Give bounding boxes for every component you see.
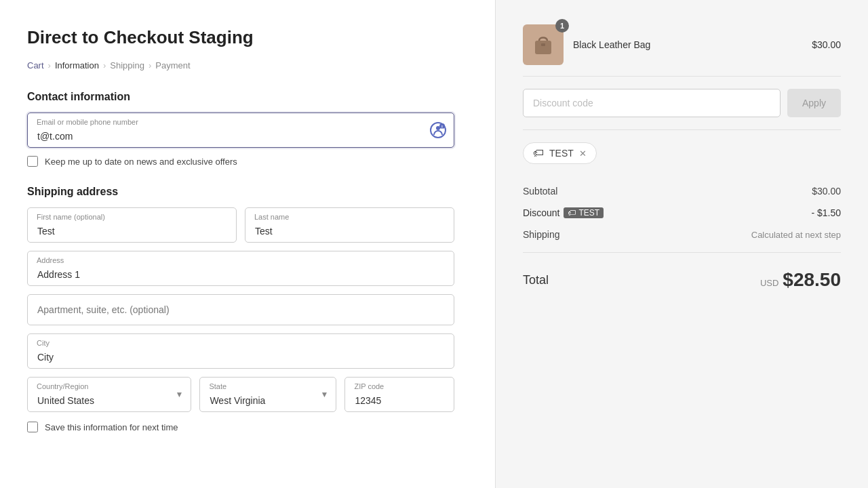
save-info-checkbox[interactable] [27, 422, 38, 432]
breadcrumb: Cart › Information › Shipping › Payment [27, 60, 454, 70]
total-label: Total [523, 273, 549, 287]
country-select[interactable]: United States [27, 377, 191, 412]
address-wrapper: Address [27, 251, 454, 286]
discount-code-tag: 🏷 TEST [564, 207, 604, 218]
newsletter-checkbox[interactable] [27, 156, 38, 167]
zip-input[interactable] [344, 377, 454, 412]
left-panel: Direct to Checkout Staging Cart › Inform… [0, 0, 495, 488]
remove-discount-button[interactable]: ✕ [579, 149, 587, 158]
total-right: USD $28.50 [760, 269, 841, 291]
svg-rect-5 [541, 43, 545, 46]
apply-button[interactable]: Apply [787, 89, 841, 117]
page-title: Direct to Checkout Staging [27, 27, 454, 48]
total-amount: $28.50 [783, 269, 841, 291]
location-row: Country/Region United States ▼ State Wes… [27, 377, 454, 412]
right-panel: 1 Black Leather Bag $30.00 Apply 🏷 TEST … [495, 0, 868, 488]
email-field-wrapper: Email or mobile phone number ! [27, 113, 454, 148]
tag-mini-icon: 🏷 [568, 208, 576, 218]
discount-row: Apply [523, 89, 841, 130]
breadcrumb-shipping: Shipping [110, 60, 144, 70]
save-info-label: Save this information for next time [45, 422, 178, 432]
breadcrumb-information: Information [55, 60, 99, 70]
city-wrapper: City [27, 333, 454, 369]
total-currency: USD [760, 278, 778, 288]
breadcrumb-sep-2: › [103, 60, 106, 70]
breadcrumb-sep-1: › [48, 60, 51, 70]
breadcrumb-cart[interactable]: Cart [27, 60, 44, 70]
tag-icon: 🏷 [533, 147, 544, 159]
product-info: Black Leather Bag [573, 39, 802, 50]
bag-icon [530, 31, 557, 58]
subtotal-value: $30.00 [812, 186, 841, 197]
contact-section-title: Contact information [27, 91, 454, 103]
svg-point-1 [436, 126, 440, 130]
autofill-icon: ! [430, 122, 446, 138]
email-input[interactable] [27, 113, 454, 148]
product-name: Black Leather Bag [573, 39, 650, 50]
discount-amount: - $1.50 [811, 207, 841, 218]
state-wrapper: State West Virginia ▼ [199, 377, 336, 412]
first-name-input[interactable] [27, 207, 237, 243]
svg-text:!: ! [441, 125, 443, 129]
address2-wrapper [27, 294, 454, 325]
product-price: $30.00 [812, 39, 841, 50]
discount-input[interactable] [523, 89, 781, 117]
newsletter-row: Keep me up to date on news and exclusive… [27, 156, 454, 167]
shipping-section-title: Shipping address [27, 186, 454, 198]
discount-tag: 🏷 TEST ✕ [523, 142, 597, 164]
last-name-wrapper: Last name [245, 207, 454, 243]
product-quantity-badge: 1 [555, 19, 569, 33]
product-image-wrapper: 1 [523, 24, 564, 65]
state-select[interactable]: West Virginia [199, 377, 336, 412]
subtotal-row: Subtotal $30.00 [523, 180, 841, 202]
name-row: First name (optional) Last name [27, 207, 454, 243]
breadcrumb-payment: Payment [155, 60, 190, 70]
address-input[interactable] [27, 251, 454, 286]
total-row: Total USD $28.50 [523, 260, 841, 300]
shipping-value: Calculated at next step [751, 230, 841, 240]
last-name-input[interactable] [245, 207, 454, 243]
city-input[interactable] [27, 333, 454, 369]
shipping-row: Shipping Calculated at next step [523, 224, 841, 245]
discount-label: Discount 🏷 TEST [523, 207, 604, 218]
subtotal-label: Subtotal [523, 186, 557, 197]
discount-code-label: TEST [549, 148, 574, 159]
order-summary: Subtotal $30.00 Discount 🏷 TEST - $1.50 … [523, 180, 841, 300]
save-row: Save this information for next time [27, 422, 454, 432]
zip-wrapper: ZIP code [344, 377, 454, 412]
product-row: 1 Black Leather Bag $30.00 [523, 14, 841, 77]
shipping-label: Shipping [523, 229, 560, 240]
breadcrumb-sep-3: › [149, 60, 151, 70]
country-wrapper: Country/Region United States ▼ [27, 377, 191, 412]
applied-discount-tag-wrapper: 🏷 TEST ✕ [523, 142, 841, 176]
discount-summary-row: Discount 🏷 TEST - $1.50 [523, 202, 841, 224]
svg-rect-4 [535, 41, 551, 54]
address2-input[interactable] [27, 294, 454, 325]
discount-code-tag-label: TEST [578, 208, 599, 218]
newsletter-label: Keep me up to date on news and exclusive… [45, 157, 237, 167]
first-name-wrapper: First name (optional) [27, 207, 237, 243]
summary-divider [523, 252, 841, 253]
